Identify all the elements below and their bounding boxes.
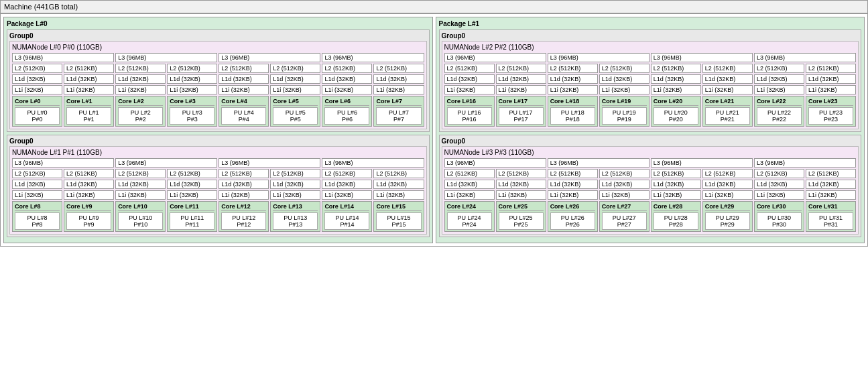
- core-box: Core L#8PU L#8P#8: [12, 201, 62, 232]
- l3-cell: L3 (96MB): [754, 53, 856, 62]
- l2-cell: L2 (512KB): [548, 169, 598, 178]
- l3-cell: L3 (96MB): [444, 158, 546, 168]
- l3-cell: L3 (96MB): [219, 53, 320, 62]
- core-box: Core L#25PU L#25P#25: [496, 201, 546, 232]
- l1d-cell: L1d (32KB): [64, 74, 114, 84]
- core-box: Core L#27PU L#27P#27: [599, 201, 649, 232]
- group-title: Group0: [9, 137, 427, 145]
- l2-row: L2 (512KB)L2 (512KB)L2 (512KB)L2 (512KB)…: [12, 169, 424, 178]
- l1i-cell: L1i (32KB): [806, 85, 856, 94]
- l3-cell: L3 (96MB): [12, 53, 114, 62]
- l2-cell: L2 (512KB): [64, 169, 114, 178]
- pu-box: PU L#8P#8: [15, 212, 60, 230]
- core-label: Core L#10: [118, 203, 163, 211]
- core-label: Core L#4: [221, 98, 266, 106]
- pu-box: PU L#10P#10: [118, 212, 163, 230]
- core-label: Core L#28: [654, 203, 698, 211]
- core-label: Core L#11: [170, 203, 214, 211]
- core-box: Core L#7PU L#7P#7: [373, 96, 424, 127]
- l1i-cell: L1i (32KB): [12, 190, 62, 200]
- l2-cell: L2 (512KB): [806, 169, 856, 178]
- core-label: Core L#30: [757, 203, 802, 211]
- l1d-cell: L1d (32KB): [115, 74, 166, 84]
- l3-cell: L3 (96MB): [115, 53, 217, 62]
- pu-box: PU L#18P#18: [550, 107, 595, 125]
- cores-row: Core L#16PU L#16P#16Core L#17PU L#17P#17…: [444, 96, 857, 127]
- numa-node: NUMANode L#0 P#0 (110GB)L3 (96MB)L3 (96M…: [9, 41, 427, 129]
- core-box: Core L#4PU L#4P#4: [219, 96, 269, 127]
- core-label: Core L#18: [550, 98, 595, 106]
- core-label: Core L#0: [15, 98, 60, 106]
- pu-box: PU L#15P#15: [376, 212, 421, 230]
- l3-cell: L3 (96MB): [754, 158, 856, 168]
- core-box: Core L#11PU L#11P#11: [167, 201, 217, 232]
- package-1: Package L#1Group0NUMANode L#2 P#2 (110GB…: [436, 17, 865, 243]
- core-box: Core L#6PU L#6P#6: [322, 96, 372, 127]
- l2-cell: L2 (512KB): [270, 64, 320, 73]
- l1i-cell: L1i (32KB): [754, 190, 804, 200]
- pu-box: PU L#27P#27: [602, 212, 647, 230]
- l1d-cell: L1d (32KB): [806, 180, 856, 189]
- l1i-cell: L1i (32KB): [167, 190, 217, 200]
- l1d-cell: L1d (32KB): [444, 74, 495, 84]
- l1i-row: L1i (32KB)L1i (32KB)L1i (32KB)L1i (32KB)…: [444, 85, 857, 94]
- l2-row: L2 (512KB)L2 (512KB)L2 (512KB)L2 (512KB)…: [444, 169, 857, 178]
- l2-row: L2 (512KB)L2 (512KB)L2 (512KB)L2 (512KB)…: [12, 64, 424, 73]
- core-label: Core L#15: [376, 203, 421, 211]
- l3-cell: L3 (96MB): [548, 158, 649, 168]
- machine-title: Machine (441GB total): [0, 0, 868, 13]
- l1d-cell: L1d (32KB): [599, 74, 649, 84]
- l2-cell: L2 (512KB): [806, 64, 856, 73]
- pu-box: PU L#25P#25: [499, 212, 544, 230]
- l1i-cell: L1i (32KB): [444, 190, 495, 200]
- l1d-cell: L1d (32KB): [322, 74, 372, 84]
- pu-box: PU L#7P#7: [376, 107, 421, 125]
- numa-node: NUMANode L#1 P#1 (110GB)L3 (96MB)L3 (96M…: [9, 146, 427, 235]
- l1i-cell: L1i (32KB): [754, 85, 804, 94]
- core-label: Core L#8: [15, 203, 60, 211]
- l1i-cell: L1i (32KB): [651, 85, 701, 94]
- pu-box: PU L#26P#26: [550, 212, 595, 230]
- l3-cell: L3 (96MB): [651, 158, 753, 168]
- core-box: Core L#13PU L#13P#13: [270, 201, 320, 232]
- l3-row: L3 (96MB)L3 (96MB)L3 (96MB)L3 (96MB): [12, 53, 424, 62]
- l1d-cell: L1d (32KB): [496, 74, 546, 84]
- pu-box: PU L#21P#21: [705, 107, 750, 125]
- l1i-cell: L1i (32KB): [115, 190, 166, 200]
- l1d-row: L1d (32KB)L1d (32KB)L1d (32KB)L1d (32KB)…: [444, 74, 857, 84]
- cores-row: Core L#8PU L#8P#8Core L#9PU L#9P#9Core L…: [12, 201, 424, 232]
- l1i-row: L1i (32KB)L1i (32KB)L1i (32KB)L1i (32KB)…: [12, 190, 424, 200]
- l2-cell: L2 (512KB): [651, 169, 701, 178]
- pu-box: PU L#28P#28: [654, 212, 698, 230]
- l3-row: L3 (96MB)L3 (96MB)L3 (96MB)L3 (96MB): [444, 158, 857, 168]
- l1d-cell: L1d (32KB): [219, 180, 269, 189]
- l1d-cell: L1d (32KB): [496, 180, 546, 189]
- core-label: Core L#13: [273, 203, 318, 211]
- group-title: Group0: [442, 32, 859, 40]
- core-label: Core L#2: [118, 98, 163, 106]
- pu-box: PU L#9P#9: [66, 212, 111, 230]
- l1i-cell: L1i (32KB): [270, 85, 320, 94]
- numa-title: NUMANode L#0 P#0 (110GB): [12, 44, 424, 51]
- pu-box: PU L#4P#4: [221, 107, 266, 125]
- core-box: Core L#31PU L#31P#31: [806, 201, 856, 232]
- numa-title: NUMANode L#2 P#2 (110GB): [444, 44, 857, 51]
- l3-cell: L3 (96MB): [12, 158, 114, 168]
- pu-box: PU L#11P#11: [170, 212, 214, 230]
- l1d-cell: L1d (32KB): [167, 180, 217, 189]
- pu-box: PU L#14P#14: [324, 212, 369, 230]
- l2-cell: L2 (512KB): [702, 64, 753, 73]
- core-box: Core L#26PU L#26P#26: [548, 201, 598, 232]
- l1d-cell: L1d (32KB): [373, 180, 424, 189]
- l1i-cell: L1i (32KB): [444, 85, 495, 94]
- core-box: Core L#2PU L#2P#2: [115, 96, 166, 127]
- core-box: Core L#21PU L#21P#21: [702, 96, 753, 127]
- core-box: Core L#9PU L#9P#9: [64, 201, 114, 232]
- l2-cell: L2 (512KB): [219, 64, 269, 73]
- l2-cell: L2 (512KB): [651, 64, 701, 73]
- core-box: Core L#17PU L#17P#17: [496, 96, 546, 127]
- l2-cell: L2 (512KB): [373, 169, 424, 178]
- l1d-row: L1d (32KB)L1d (32KB)L1d (32KB)L1d (32KB)…: [12, 74, 424, 84]
- package-title: Package L#0: [7, 20, 430, 27]
- l1d-cell: L1d (32KB): [373, 74, 424, 84]
